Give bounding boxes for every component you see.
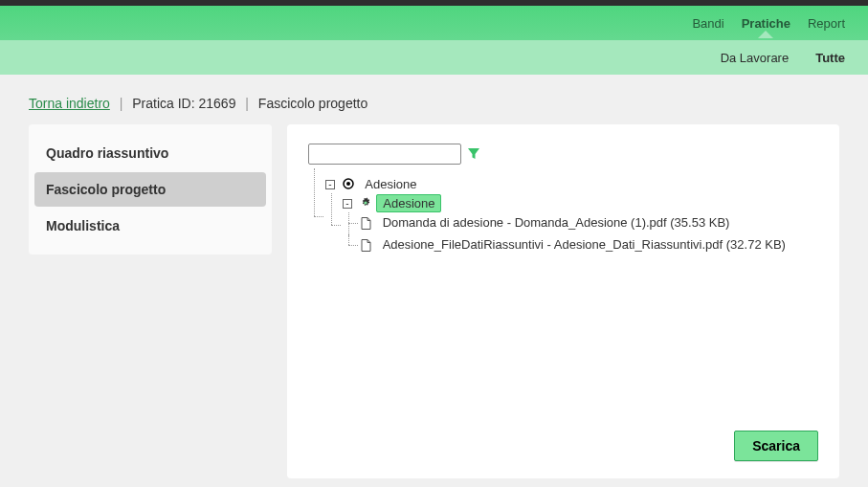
nav-report[interactable]: Report xyxy=(808,16,845,31)
tree-root-label[interactable]: Adesione xyxy=(359,176,422,192)
search-input[interactable] xyxy=(308,144,461,165)
tree-file-label[interactable]: Domanda di adesione - Domanda_Adesione (… xyxy=(377,214,736,231)
sidebar-item-modulistica[interactable]: Modulistica xyxy=(29,207,272,245)
breadcrumb: Torna indietro | Pratica ID: 21669 | Fas… xyxy=(0,75,868,124)
breadcrumb-back-link[interactable]: Torna indietro xyxy=(29,96,110,111)
main-panel: - Adesione - Adesione xyxy=(287,124,839,478)
filter-icon[interactable] xyxy=(467,147,480,161)
nav-pratiche[interactable]: Pratiche xyxy=(742,16,790,31)
breadcrumb-section: Fascicolo progetto xyxy=(258,96,367,111)
tree-folder-label[interactable]: Adesione xyxy=(376,194,441,212)
secondary-nav: Da Lavorare Tutte xyxy=(0,40,868,75)
subnav-da-lavorare[interactable]: Da Lavorare xyxy=(721,51,790,65)
breadcrumb-id: Pratica ID: 21669 xyxy=(132,96,235,111)
svg-point-2 xyxy=(364,202,367,205)
nav-bandi[interactable]: Bandi xyxy=(692,16,723,31)
sidebar-item-quadro[interactable]: Quadro riassuntivo xyxy=(29,134,272,172)
sidebar: Quadro riassuntivo Fascicolo progetto Mo… xyxy=(29,124,272,255)
gear-icon xyxy=(360,196,371,213)
layout: Quadro riassuntivo Fascicolo progetto Mo… xyxy=(0,124,868,487)
footer: Scarica xyxy=(308,431,818,461)
collapse-icon[interactable]: - xyxy=(343,199,352,209)
tree-file-label[interactable]: Adesione_FileDatiRiassuntivi - Adesione_… xyxy=(377,236,791,253)
file-icon xyxy=(360,237,371,255)
breadcrumb-sep: | xyxy=(120,96,123,111)
primary-nav: Bandi Pratiche Report xyxy=(0,6,868,40)
collapse-icon[interactable]: - xyxy=(325,180,335,189)
sidebar-item-fascicolo[interactable]: Fascicolo progetto xyxy=(34,172,266,207)
file-tree: - Adesione - Adesione xyxy=(308,174,818,259)
tree-root[interactable]: - Adesione - Adesione xyxy=(308,174,818,259)
tree-file[interactable]: Adesione_FileDatiRiassuntivi - Adesione_… xyxy=(343,234,818,255)
breadcrumb-sep: | xyxy=(245,96,249,111)
download-button[interactable]: Scarica xyxy=(734,431,818,461)
tree-file[interactable]: Domanda di adesione - Domanda_Adesione (… xyxy=(343,212,818,233)
tree-folder[interactable]: - Adesione Domanda di adesione xyxy=(325,193,818,257)
svg-point-1 xyxy=(346,182,350,186)
subnav-tutte[interactable]: Tutte xyxy=(815,51,845,65)
file-icon xyxy=(360,215,371,232)
radio-icon xyxy=(343,177,354,194)
search-row xyxy=(308,144,818,165)
